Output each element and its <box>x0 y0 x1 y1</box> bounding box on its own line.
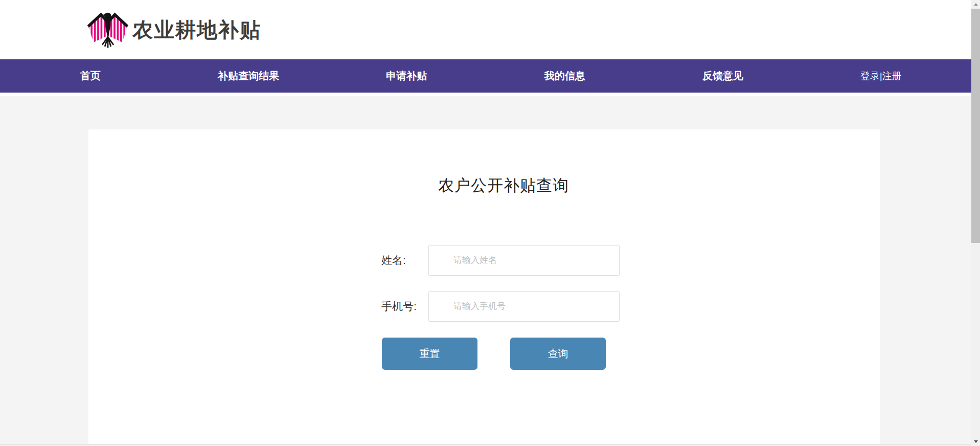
query-form: 农户公开补贴查询 姓名: 手机号: 重置 查询 <box>345 129 662 370</box>
reset-button[interactable]: 重置 <box>382 338 477 370</box>
nav-item-apply[interactable]: 申请补贴 <box>328 69 486 83</box>
scroll-up-icon <box>974 3 978 6</box>
logo-bird-icon <box>87 10 128 50</box>
nav-login-register-link[interactable]: 登录|注册 <box>802 70 960 83</box>
name-input[interactable] <box>428 245 620 276</box>
name-field-row: 姓名: <box>381 245 662 276</box>
brand-title: 农业耕地补贴 <box>132 16 261 44</box>
scrollbar-thumb[interactable] <box>971 9 980 243</box>
page-background: 农户公开补贴查询 姓名: 手机号: 重置 查询 <box>0 96 971 444</box>
scroll-down-icon <box>974 440 978 443</box>
form-title: 农户公开补贴查询 <box>345 176 662 195</box>
name-label: 姓名: <box>381 253 428 267</box>
phone-field-row: 手机号: <box>381 291 662 322</box>
horizontal-scrollbar[interactable] <box>0 444 971 446</box>
main-navbar: 首页 补贴查询结果 申请补贴 我的信息 反馈意见 登录|注册 <box>0 59 971 93</box>
vertical-scrollbar[interactable] <box>971 0 980 446</box>
query-card: 农户公开补贴查询 姓名: 手机号: 重置 查询 <box>88 129 880 444</box>
nav-item-home[interactable]: 首页 <box>11 69 169 83</box>
scroll-down-button[interactable] <box>971 437 980 446</box>
query-button[interactable]: 查询 <box>510 338 606 370</box>
site-header: 农业耕地补贴 <box>0 0 971 59</box>
phone-label: 手机号: <box>381 299 428 314</box>
scroll-up-button[interactable] <box>971 0 980 9</box>
phone-input[interactable] <box>428 291 620 322</box>
nav-item-results[interactable]: 补贴查询结果 <box>169 69 327 83</box>
site-logo[interactable]: 农业耕地补贴 <box>87 10 261 50</box>
form-buttons: 重置 查询 <box>382 338 662 370</box>
nav-item-my-info[interactable]: 我的信息 <box>486 69 644 83</box>
nav-item-feedback[interactable]: 反馈意见 <box>644 69 802 83</box>
